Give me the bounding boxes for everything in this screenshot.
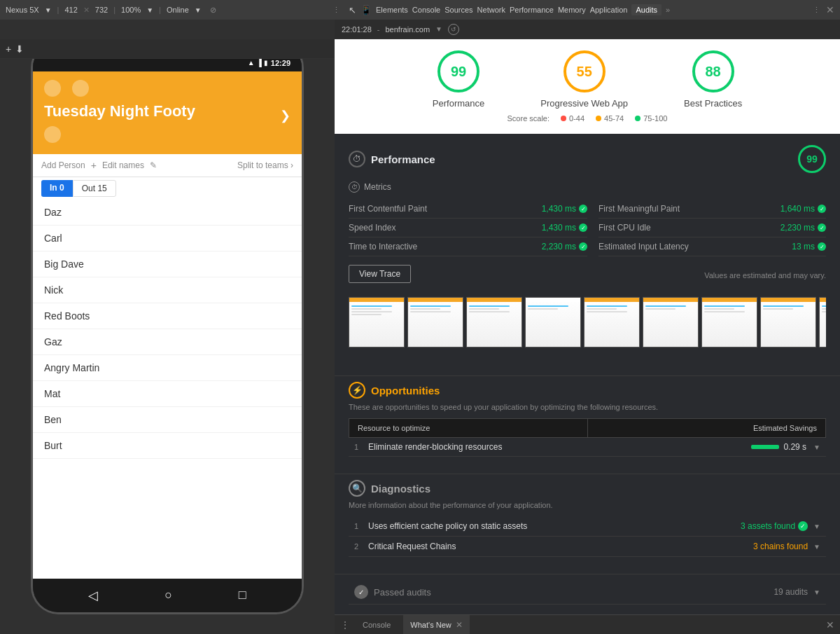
filmstrip-frame-4 [525,297,581,347]
bottom-bar-right: ✕ [826,619,834,630]
filmstrip-frame-9 [819,297,826,347]
opportunities-row-1[interactable]: 1 Eliminate render-blocking resources 0.… [349,438,826,457]
wifi-icon: ▲ [248,59,255,67]
plus-icon[interactable]: + [6,43,11,55]
recents-button[interactable]: □ [239,588,246,602]
pwa-score-label: Progressive Web App [540,98,628,109]
section-divider-2 [335,474,840,474]
device-toggle-tool-icon[interactable]: 📱 [360,5,372,15]
phone-nav-bar: ◁ ○ □ [33,579,302,612]
diagnostics-description: More information about the performance o… [349,501,826,509]
zoom-level: 100% [121,6,141,14]
filmstrip-frame-5 [584,297,640,347]
passed-audits-left: ✓ Passed audits [354,585,431,599]
devtools-panel: 22:01:28 - benfrain.com ▼ ↺ 99 Performan… [335,20,840,634]
metric-check-eil: ✓ [818,242,826,251]
section-divider-3 [335,574,840,574]
battery-icon: ▮ [264,59,268,67]
add-person-label: Add Person [41,160,85,170]
player-item: Angry Martin [33,355,302,381]
expand-icon[interactable]: ▼ [813,443,820,451]
more-options-icon[interactable]: ⋮ [332,6,340,15]
player-item: Red Boots [33,303,302,329]
passed-audits-title: Passed audits [374,587,431,598]
sources-tab-top[interactable]: Sources [444,6,472,14]
audits-tab-top[interactable]: Audits [631,4,662,15]
audit-content[interactable]: ⏱ Performance 99 ⏱ Metrics First Content… [335,134,840,614]
opps-row-savings: 0.29 s ▼ [751,442,820,452]
whats-new-bottom-tab[interactable]: What's New ✕ [403,615,469,634]
performance-section-title: Performance [371,153,435,165]
app-header-chevron[interactable]: ❯ [280,108,290,123]
opportunities-title-row: ⚡ Opportunities [349,382,826,399]
edit-icon[interactable]: ✎ [150,160,157,170]
application-tab-top[interactable]: Application [590,6,628,14]
devtools-url: benfrain.com [386,25,430,34]
passed-check-icon: ✓ [354,585,368,599]
network-toggle-icon[interactable]: ▼ [195,6,202,14]
diagnostics-list: 1 Uses efficient cache policy on static … [349,516,826,557]
performance-tab-top[interactable]: Performance [510,6,554,14]
bottom-panel-close-btn[interactable]: ✕ [826,619,834,630]
diagnostics-title: Diagnostics [371,483,430,495]
col-header-resource: Resource to optimize [349,418,588,438]
in-out-tabs: In 0 Out 15 [33,177,302,200]
metrics-left-col: First Contentful Paint 1,430 ms ✓ Speed … [349,200,587,256]
diag-result-1: 3 assets found ✓ ▼ [741,521,820,531]
metric-row-tti: Time to Interactive 2,230 ms ✓ [349,237,587,256]
in-tab[interactable]: In 0 [41,180,73,197]
import-icon[interactable]: ⬇ [15,43,24,55]
device-toggle-icon[interactable]: ▼ [45,6,52,14]
console-bottom-tab[interactable]: Console [356,615,398,634]
passed-audits-row[interactable]: ✓ Passed audits 19 audits ▼ [349,580,826,605]
edit-names-label: Edit names [102,160,144,170]
signal-icon: ▐ [257,59,262,67]
filmstrip-frame-7 [701,297,757,347]
home-button[interactable]: ○ [164,588,172,602]
url-dropdown-icon[interactable]: ▼ [435,25,442,33]
devtools-close-icon[interactable]: ✕ [826,4,834,15]
add-person-icon[interactable]: + [91,160,97,171]
opportunities-icon: ⚡ [349,382,365,399]
player-item: Carl [33,226,302,251]
whats-new-close-btn[interactable]: ✕ [456,620,463,630]
legend-item-green: 75-100 [635,114,667,123]
best-practices-score-circle: 88 [692,50,734,92]
metrics-label: Metrics [364,182,391,192]
diag-expand-2[interactable]: ▼ [813,543,820,551]
diag-result-2: 3 chains found ▼ [753,542,820,551]
devtools-time: 22:01:28 [342,25,372,34]
memory-tab-top[interactable]: Memory [558,6,586,14]
network-tab-top[interactable]: Network [477,6,505,14]
col-header-savings: Estimated Savings [588,418,827,438]
console-tab-top[interactable]: Console [412,6,440,14]
diag-row-2[interactable]: 2 Critical Request Chains 3 chains found… [349,537,826,557]
metric-row-si: Speed Index 1,430 ms ✓ [349,219,587,237]
back-button[interactable]: ◁ [88,588,98,603]
view-trace-button[interactable]: View Trace [349,265,411,283]
out-tab[interactable]: Out 15 [73,180,116,197]
metric-value-fcp: 1,430 ms ✓ [542,204,587,214]
more-tabs-icon[interactable]: » [666,6,670,14]
metric-name-si: Speed Index [349,223,396,233]
performance-score-badge: 99 [798,145,826,173]
metric-value-eil: 13 ms ✓ [792,242,826,251]
app-header-decoration [44,80,290,97]
passed-expand-icon[interactable]: ▼ [813,588,820,596]
elements-tab[interactable]: Elements [376,6,408,14]
diag-expand-1[interactable]: ▼ [813,523,820,530]
zoom-toggle-icon[interactable]: ▼ [146,6,153,14]
diag-row-1[interactable]: 1 Uses efficient cache policy on static … [349,516,826,537]
best-practices-score-label: Best Practices [684,98,742,109]
legend-dot-orange [596,116,601,121]
cursor-tool-icon[interactable]: ↖ [349,5,356,15]
filmstrip-frame-1 [349,297,405,347]
split-to-teams-btn[interactable]: Split to teams › [237,160,293,170]
bottom-options-icon[interactable]: ⋮ [340,619,350,630]
main-content: + ⬇ ▲ ▐ ▮ 12:29 Tuesday Night Fo [0,20,840,634]
reload-button[interactable]: ↺ [448,24,459,35]
diag-name-2: Critical Request Chains [368,542,753,551]
performance-section-header: ⏱ Performance 99 [349,145,826,173]
performance-score-item: 99 Performance [433,50,484,109]
devtools-more-icon[interactable]: ⋮ [813,6,820,15]
